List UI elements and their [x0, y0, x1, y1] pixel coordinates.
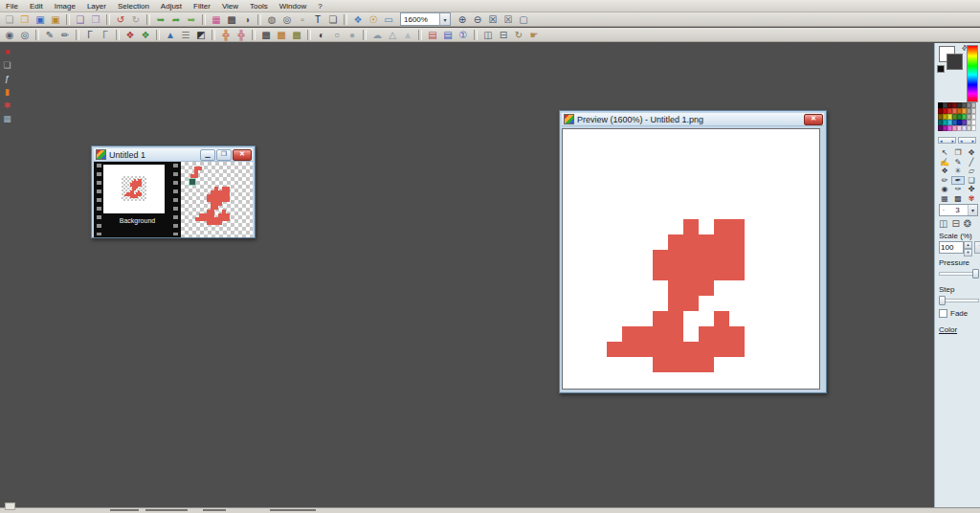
- pen-tool[interactable]: ✒: [951, 176, 965, 186]
- background-color-swatch[interactable]: [947, 54, 963, 70]
- eyedropper-tool[interactable]: ✍: [938, 158, 951, 167]
- brush-folder-icon[interactable]: ❂: [964, 218, 971, 229]
- menu-item-tools[interactable]: Tools: [244, 2, 274, 11]
- save-as-icon[interactable]: ▣: [49, 13, 62, 26]
- maximize-button[interactable]: ❐: [216, 149, 232, 161]
- menu-item-image[interactable]: Image: [49, 2, 81, 11]
- flip-vertical-icon[interactable]: ⊟: [951, 218, 959, 229]
- contrast-icon[interactable]: ◐: [315, 29, 328, 41]
- pattern-brush-tool[interactable]: ✤: [965, 185, 978, 194]
- untitled-window[interactable]: Untitled 1 ▁ ❐ ✕ Background: [91, 145, 256, 238]
- cone-filled-icon[interactable]: ▲: [401, 29, 414, 41]
- hand-point-icon[interactable]: ☛: [527, 29, 541, 41]
- gradient-icon[interactable]: ◩: [194, 29, 208, 41]
- zoom-in-icon[interactable]: ⊕: [456, 13, 469, 26]
- rgb-adjust-icon[interactable]: ╬: [219, 29, 233, 41]
- favorite-star-icon[interactable]: ★: [2, 46, 13, 57]
- menu-item-layer[interactable]: Layer: [81, 2, 112, 11]
- tv-color-icon[interactable]: ▤: [426, 29, 439, 41]
- save-icon[interactable]: ▣: [33, 13, 47, 26]
- zoom-combo-dropdown-icon[interactable]: ▾: [439, 13, 450, 25]
- pressure-slider[interactable]: [939, 269, 977, 277]
- marquee-icon[interactable]: ▫: [296, 13, 309, 26]
- frame-one-icon[interactable]: ①: [457, 29, 470, 41]
- dither-icon[interactable]: ▩: [225, 13, 238, 26]
- color-picker-bg-icon[interactable]: ❖: [139, 29, 152, 41]
- preview-window[interactable]: Preview (1600%) - Untitled 1.png ✕: [559, 110, 827, 393]
- hand-tool[interactable]: ✥: [965, 148, 978, 158]
- frames-icon[interactable]: ❏: [2, 59, 13, 71]
- droplet-outline-icon[interactable]: ○: [330, 29, 344, 41]
- line-tool[interactable]: ╱: [965, 158, 978, 167]
- cloud-icon[interactable]: ☁: [370, 29, 384, 41]
- pencil-tool[interactable]: ✏: [938, 176, 951, 186]
- menu-item-adjust[interactable]: Adjust: [155, 2, 188, 11]
- fit-image-icon[interactable]: ☒: [501, 13, 515, 26]
- undo-icon[interactable]: ↺: [114, 13, 127, 26]
- redo-icon[interactable]: ↻: [129, 13, 143, 26]
- open-icon[interactable]: ❒: [18, 13, 32, 26]
- step-slider-thumb[interactable]: [939, 296, 946, 305]
- crop-icon[interactable]: ❏: [326, 13, 340, 26]
- frame-copy-tool[interactable]: ❐: [951, 148, 965, 158]
- layer-manager-icon[interactable]: ❖: [351, 13, 365, 26]
- menu-item-edit[interactable]: Edit: [24, 2, 49, 11]
- smudge-tool[interactable]: ✑: [951, 185, 965, 194]
- pen-dot-icon[interactable]: ✎: [43, 29, 56, 41]
- text-tool-icon[interactable]: T: [311, 13, 324, 26]
- frame-thumbnail[interactable]: [103, 165, 165, 213]
- menu-item-file[interactable]: File: [0, 2, 24, 11]
- pen-size-dropdown[interactable]: · 3 ▾: [939, 204, 978, 216]
- select-arrow-tool[interactable]: ↖: [938, 148, 951, 158]
- export-frame-icon[interactable]: ➦: [169, 13, 183, 26]
- rotate-icon[interactable]: ↻: [512, 29, 525, 41]
- fullscreen-icon[interactable]: ▢: [517, 13, 530, 26]
- zoom-step-in-icon[interactable]: ◉: [3, 29, 16, 41]
- color-wheel-icon[interactable]: ✱: [2, 100, 13, 111]
- fade-checkbox[interactable]: [939, 309, 947, 318]
- frame-filmstrip[interactable]: Background: [94, 162, 181, 237]
- fit-window-icon[interactable]: ☒: [486, 13, 500, 26]
- guide-corner2-icon[interactable]: Γ: [99, 29, 112, 41]
- scale-extra-button[interactable]: ·: [974, 241, 980, 254]
- halftone-icon[interactable]: ◑: [240, 13, 254, 26]
- print-preview-icon[interactable]: ❐: [89, 13, 102, 26]
- loupe-b-icon[interactable]: ◎: [280, 13, 294, 26]
- step-slider[interactable]: [939, 296, 977, 303]
- window-tile-icon[interactable]: ▭: [382, 13, 395, 26]
- acquire-icon[interactable]: ➥: [185, 13, 198, 26]
- eraser-tool[interactable]: ▱: [965, 167, 978, 176]
- tile-tool[interactable]: ▦: [938, 194, 951, 204]
- mountain-icon[interactable]: ▲: [164, 29, 177, 41]
- menu-item-selection[interactable]: Selection: [112, 2, 155, 11]
- cylinder-h-icon[interactable]: ◫: [481, 29, 495, 41]
- secondary-color-swatch[interactable]: [937, 65, 945, 73]
- fill-tool[interactable]: ❖: [938, 167, 951, 176]
- pressure-slider-thumb[interactable]: [972, 269, 979, 279]
- menu-item-filter[interactable]: Filter: [188, 2, 216, 11]
- zoom-out-icon[interactable]: ⊖: [471, 13, 484, 26]
- new-icon[interactable]: ❏: [3, 13, 16, 26]
- levels-icon[interactable]: ☰: [179, 29, 192, 41]
- zoom-combo[interactable]: 1600%▾: [400, 12, 451, 26]
- menu-item-window[interactable]: Window: [274, 2, 312, 11]
- pen-dot2-icon[interactable]: ✏: [58, 29, 72, 41]
- scale-stepper[interactable]: ▲▼: [964, 241, 972, 254]
- water-tool[interactable]: ◉: [938, 185, 951, 194]
- pattern-dark-icon[interactable]: ▩: [259, 29, 273, 41]
- untitled-titlebar[interactable]: Untitled 1 ▁ ❐ ✕: [94, 148, 253, 162]
- picture-icon[interactable]: ▦: [2, 113, 13, 124]
- pattern-olive-icon[interactable]: ▩: [290, 29, 303, 41]
- image-tool[interactable]: ▩: [951, 194, 965, 204]
- close-button[interactable]: ✕: [233, 149, 252, 161]
- minimize-button[interactable]: ▁: [200, 149, 215, 161]
- strawberry-tool[interactable]: ✾: [965, 194, 978, 204]
- palette-color-cell[interactable]: [971, 125, 976, 131]
- print-icon[interactable]: ❑: [74, 13, 87, 26]
- stamp-tool[interactable]: ❏: [965, 176, 978, 186]
- menu-item-view[interactable]: View: [216, 2, 244, 11]
- gradient-swatch-icon[interactable]: ▮: [2, 86, 13, 98]
- rgb-adjust2-icon[interactable]: ╬: [234, 29, 248, 41]
- loupe-a-icon[interactable]: ◍: [265, 13, 278, 26]
- palette-spinner-right[interactable]: ◂▸: [958, 137, 976, 144]
